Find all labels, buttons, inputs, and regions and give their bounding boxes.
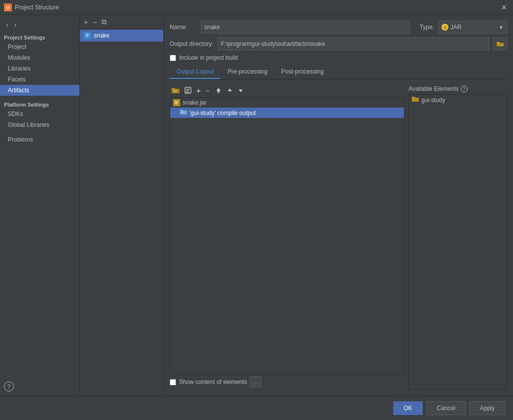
- footer: OK Cancel Apply: [0, 395, 513, 420]
- ok-button[interactable]: OK: [393, 401, 422, 415]
- artifact-name: snake: [94, 32, 110, 39]
- svg-marker-18: [239, 89, 243, 92]
- window-title: Project Structure: [15, 4, 59, 11]
- svg-rect-9: [172, 88, 175, 89]
- type-select-value: JAR: [450, 24, 497, 31]
- svg-rect-6: [497, 43, 504, 46]
- type-select[interactable]: J JAR ▼: [438, 21, 507, 34]
- include-in-build-checkbox[interactable]: [170, 55, 176, 61]
- apply-button[interactable]: Apply: [470, 401, 505, 415]
- sidebar-item-problems[interactable]: Problems: [0, 134, 79, 145]
- help-button[interactable]: ?: [4, 382, 14, 391]
- platform-settings-label: Platform Settings: [0, 100, 79, 109]
- copy-artifact-button[interactable]: ⧉: [100, 17, 109, 27]
- available-item-gui-study[interactable]: gui-study: [409, 95, 507, 105]
- svg-rect-1: [86, 34, 89, 35]
- sidebar-divider2: [0, 130, 79, 134]
- tab-post-processing[interactable]: Post-processing: [274, 65, 330, 79]
- available-elements-panel: Available Elements ? gui-study: [408, 83, 507, 389]
- sidebar-bottom: ?: [0, 378, 79, 395]
- type-label: Type:: [420, 24, 434, 31]
- show-content-button[interactable]: ...: [250, 377, 261, 387]
- sidebar-item-artifacts[interactable]: Artifacts: [0, 85, 79, 96]
- svg-rect-21: [175, 103, 177, 103]
- show-content-row: Show content of elements ...: [170, 375, 404, 389]
- nav-back-button[interactable]: ‹: [4, 20, 10, 30]
- svg-marker-17: [228, 88, 232, 91]
- svg-rect-15: [186, 92, 189, 93]
- move-into-button[interactable]: [213, 85, 224, 96]
- type-select-arrow-icon: ▼: [499, 25, 504, 30]
- artifacts-list-panel: + − ⧉ snake: [80, 15, 164, 395]
- sidebar-item-facets[interactable]: Facets: [0, 74, 79, 85]
- jar-file-icon: [173, 99, 180, 106]
- available-elements-title: Available Elements ?: [408, 83, 507, 94]
- output-dir-input[interactable]: [218, 38, 489, 50]
- artifacts-label: Artifacts: [8, 87, 29, 94]
- app-icon: U: [4, 3, 12, 11]
- svg-rect-8: [172, 89, 180, 93]
- add-element-button[interactable]: +: [194, 85, 203, 96]
- modules-label: Modules: [8, 54, 30, 61]
- show-content-checkbox[interactable]: [170, 379, 176, 385]
- compile-output-folder-icon: [180, 109, 187, 116]
- tree-item-compile-output[interactable]: 'gui-study' compile output: [170, 108, 404, 118]
- output-dir-label: Output directory:: [170, 40, 214, 47]
- remove-element-button[interactable]: −: [204, 85, 212, 96]
- right-panel: Name: Type: J JAR ▼ Output directory:: [164, 15, 513, 395]
- main-layout: ‹ › Project Settings Project Modules Lib…: [0, 15, 513, 395]
- svg-rect-2: [86, 36, 88, 36]
- sidebar-item-libraries[interactable]: Libraries: [0, 63, 79, 74]
- problems-label: Problems: [8, 136, 33, 143]
- tab-output-layout[interactable]: Output Layout: [170, 65, 220, 79]
- sidebar-item-project[interactable]: Project: [0, 41, 79, 52]
- svg-rect-13: [186, 89, 190, 90]
- sidebar-item-global-libraries[interactable]: Global Libraries: [0, 119, 79, 130]
- move-up-button[interactable]: [225, 85, 235, 96]
- content-wrapper: + − ⧉ snake Name:: [80, 15, 513, 395]
- svg-rect-22: [175, 104, 178, 104]
- tree-view-button[interactable]: [183, 85, 193, 96]
- sidebar-item-modules[interactable]: Modules: [0, 52, 79, 63]
- libraries-label: Libraries: [8, 65, 31, 72]
- close-button[interactable]: ✕: [499, 2, 509, 12]
- svg-rect-25: [181, 112, 184, 113]
- sidebar-item-sdks[interactable]: SDKs: [0, 109, 79, 119]
- output-left-panel: + −: [170, 83, 404, 389]
- svg-rect-3: [86, 37, 88, 37]
- remove-artifact-button[interactable]: −: [91, 17, 99, 27]
- svg-rect-26: [412, 98, 419, 102]
- output-toolbar: + −: [170, 83, 404, 97]
- available-tree: gui-study: [408, 94, 507, 389]
- available-gui-study-label: gui-study: [421, 97, 445, 104]
- tab-pre-processing[interactable]: Pre-processing: [220, 65, 274, 79]
- browse-dir-button[interactable]: [493, 38, 507, 50]
- svg-marker-16: [216, 88, 221, 93]
- svg-rect-7: [497, 42, 500, 43]
- sidebar-nav-row: ‹ ›: [0, 19, 79, 31]
- cancel-button[interactable]: Cancel: [427, 401, 466, 415]
- include-in-build-label[interactable]: Include in project build: [179, 54, 238, 61]
- sidebar: ‹ › Project Settings Project Modules Lib…: [0, 15, 80, 395]
- title-bar-left: U Project Structure: [4, 3, 59, 11]
- name-input[interactable]: [201, 21, 410, 34]
- available-elements-help-icon[interactable]: ?: [461, 85, 468, 92]
- nav-forward-button[interactable]: ›: [12, 20, 19, 30]
- name-label: Name:: [170, 24, 197, 31]
- svg-rect-27: [412, 97, 415, 98]
- tree-item-jar[interactable]: snake.jar: [170, 98, 404, 108]
- jar-item-label: snake.jar: [183, 99, 207, 106]
- output-tree: snake.jar 'gui-study' compile output: [170, 97, 404, 375]
- move-down-button[interactable]: [236, 85, 246, 96]
- sidebar-divider: [0, 96, 79, 100]
- folder-view-button[interactable]: [170, 85, 182, 96]
- jar-type-icon: J: [441, 24, 448, 31]
- add-artifact-button[interactable]: +: [82, 17, 90, 27]
- artifact-item-snake[interactable]: snake: [80, 30, 163, 41]
- sdks-label: SDKs: [8, 111, 23, 117]
- project-label: Project: [8, 43, 26, 50]
- compile-output-label: 'gui-study' compile output: [189, 110, 256, 116]
- show-content-label[interactable]: Show content of elements: [179, 379, 247, 385]
- artifact-jar-icon: [84, 32, 91, 39]
- facets-label: Facets: [8, 76, 26, 83]
